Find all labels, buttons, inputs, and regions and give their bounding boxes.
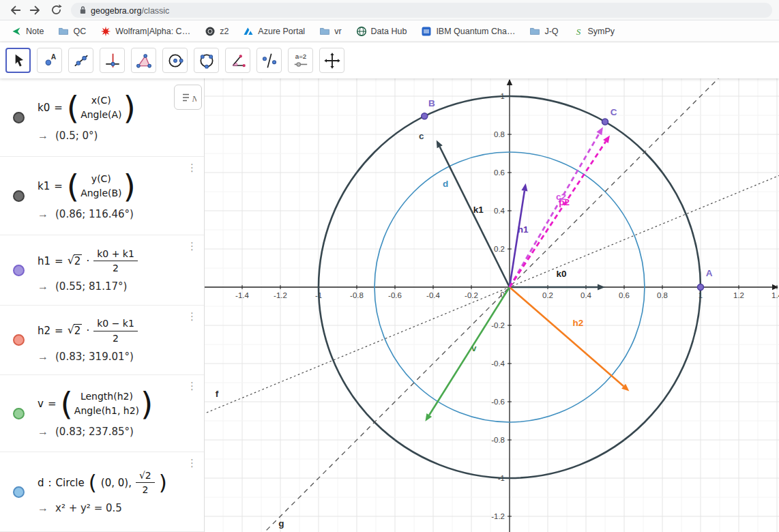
svg-text:0.4: 0.4	[494, 207, 505, 215]
tool-polygon[interactable]	[131, 48, 156, 73]
algebra-row-h1[interactable]: h1=√2·k0 + k12→(0.55; 81.17°)⋮	[0, 235, 204, 306]
line-f[interactable]	[205, 152, 779, 437]
label-v[interactable]: v	[471, 343, 477, 353]
point-A[interactable]	[698, 284, 704, 291]
dark-globe-icon	[205, 26, 216, 37]
browser-window: geogebra.org/classic NoteQCWolfram|Alpha…	[0, 0, 779, 532]
svg-text:-0.8: -0.8	[350, 291, 364, 299]
point-B[interactable]	[422, 113, 428, 119]
move-icon	[10, 52, 27, 70]
bookmark-label: Data Hub	[371, 27, 407, 36]
tool-line-two-points[interactable]	[68, 48, 93, 73]
url-text: geogebra.org/classic	[91, 4, 169, 16]
vector-k0[interactable]	[510, 284, 605, 290]
algebra-rows: k0=(x(C)Angle(A))→(0.5; 0°)k1=(y(C)Angle…	[0, 78, 204, 532]
bookmark-wolfram-alpha-c[interactable]: Wolfram|Alpha: C…	[100, 26, 190, 37]
tool-point[interactable]: A	[37, 48, 62, 73]
tool-perpendicular-line[interactable]	[100, 48, 125, 73]
algebra-row-v[interactable]: v=(Length(h2)Angle(h1, h2))→(0.83; 237.8…	[0, 375, 204, 452]
label-C[interactable]: C	[611, 107, 617, 117]
row-menu-kebab[interactable]: ⋮	[187, 311, 197, 321]
vector-c2[interactable]	[510, 127, 603, 287]
visibility-toggle-k0[interactable]	[13, 112, 25, 123]
label-p2[interactable]: p2	[559, 197, 570, 207]
axes[interactable]	[205, 79, 778, 532]
definition-h2: h2=√2·k0 − k12	[38, 317, 204, 344]
visibility-toggle-k1[interactable]	[13, 190, 25, 202]
bookmark-azure-portal[interactable]: Azure Portal	[243, 26, 305, 37]
vector-h2[interactable]	[510, 287, 629, 391]
tool-slider[interactable]: a=2	[288, 48, 313, 73]
label-A[interactable]: A	[706, 268, 713, 278]
algebra-row-content: k1=(y(C)Angle(B))→(0.86; 116.46°)	[38, 157, 204, 235]
svg-text:0.2: 0.2	[542, 291, 553, 299]
bookmark-j-q[interactable]: J-Q	[529, 26, 558, 37]
browser-toolbar: geogebra.org/classic	[0, 0, 779, 20]
visibility-toggle-h2[interactable]	[13, 334, 25, 346]
algebra-row-d[interactable]: d:Circle((0, 0),√22)→x² + y² = 0.5⋮	[0, 452, 204, 532]
tool-circle-center-point[interactable]	[162, 48, 188, 73]
label-c[interactable]: c	[419, 131, 424, 141]
bookmark-label: Wolfram|Alpha: C…	[115, 27, 190, 36]
bookmark-z2[interactable]: z2	[205, 26, 229, 37]
label-d[interactable]: d	[443, 179, 448, 189]
bookmark-note[interactable]: Note	[11, 26, 44, 37]
row-menu-kebab[interactable]: ⋮	[187, 381, 197, 391]
algebra-row-h2[interactable]: h2=√2·k0 − k12→(0.83; 319.01°)⋮	[0, 306, 204, 375]
geogebra-toolbar: Aa=2	[0, 42, 779, 78]
value-k0: →(0.5; 0°)	[38, 130, 204, 142]
back-icon[interactable]	[7, 3, 23, 18]
forward-icon[interactable]	[27, 3, 44, 18]
svg-text:0.6: 0.6	[494, 168, 505, 177]
svg-text:N: N	[191, 93, 196, 103]
line-g[interactable]	[205, 78, 779, 532]
row-menu-kebab[interactable]: ⋮	[187, 241, 197, 251]
visibility-toggle-col	[0, 235, 38, 305]
svg-text:-0.6: -0.6	[491, 398, 505, 406]
row-menu-kebab[interactable]: ⋮	[187, 458, 197, 468]
bookmark-label: z2	[220, 27, 229, 36]
tool-move[interactable]	[5, 48, 31, 73]
algebra-row-content: d:Circle((0, 0),√22)→x² + y² = 0.5	[38, 452, 204, 531]
tool-angle[interactable]	[225, 48, 250, 73]
vector-p2[interactable]	[510, 135, 610, 287]
label-B[interactable]: B	[428, 98, 435, 108]
label-k1[interactable]: k1	[473, 205, 484, 215]
bookmark-qc[interactable]: QC	[58, 26, 86, 37]
bookmark-ibm-quantum-cha[interactable]: IBM Quantum Cha…	[421, 26, 515, 37]
svg-text:0.8: 0.8	[494, 130, 505, 138]
definition-h1: h1=√2·k0 + k12	[38, 248, 204, 274]
bookmark-sympy[interactable]: SSymPy	[573, 26, 615, 37]
wolfram-star-icon	[100, 26, 111, 37]
label-h2[interactable]: h2	[572, 318, 583, 328]
reply-arrow-icon	[11, 26, 22, 37]
circle-center-point-icon	[166, 52, 184, 70]
tool-move-graphics-view[interactable]	[319, 48, 344, 73]
label-k0[interactable]: k0	[557, 269, 567, 279]
algebra-row-k1[interactable]: k1=(y(C)Angle(B))→(0.86; 116.46°)⋮	[0, 157, 204, 235]
svg-text:-0.6: -0.6	[388, 291, 402, 299]
visibility-toggle-h1[interactable]	[13, 265, 25, 276]
algebra-row-content: h1=√2·k0 + k12→(0.55; 81.17°)	[38, 235, 204, 305]
ibm-square-icon	[421, 26, 432, 37]
label-h1[interactable]: h1	[518, 224, 529, 235]
label-f[interactable]: f	[216, 389, 219, 399]
label-g[interactable]: g	[278, 518, 284, 529]
reload-icon[interactable]	[48, 3, 64, 18]
input-help-button[interactable]: N	[174, 85, 202, 110]
bookmark-data-hub[interactable]: Data Hub	[356, 26, 407, 37]
visibility-toggle-d[interactable]	[13, 486, 25, 498]
bookmark-vr[interactable]: vr	[319, 26, 341, 37]
bookmark-label: Azure Portal	[258, 27, 305, 36]
tool-circle-three-points[interactable]	[194, 48, 219, 73]
graphics-canvas[interactable]: -1.4-1.2-1-0.8-0.6-0.4-0.20.20.40.60.811…	[205, 78, 779, 532]
tool-reflect-about-line[interactable]	[256, 48, 282, 73]
url-bar[interactable]: geogebra.org/classic	[71, 3, 772, 18]
svg-text:0.2: 0.2	[494, 245, 505, 253]
algebra-panel: N k0=(x(C)Angle(A))→(0.5; 0°)k1=(y(C)Ang…	[0, 78, 205, 532]
line-two-points-icon	[72, 52, 90, 70]
definition-k1: k1=(y(C)Angle(B))	[38, 171, 204, 202]
point-C[interactable]	[602, 119, 608, 125]
visibility-toggle-v[interactable]	[13, 408, 25, 419]
row-menu-kebab[interactable]: ⋮	[187, 162, 197, 173]
